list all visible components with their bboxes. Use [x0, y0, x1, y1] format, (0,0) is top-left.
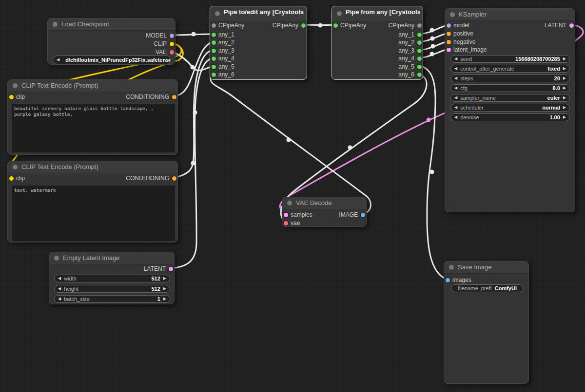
reroute-dot-model-to-any1[interactable]	[192, 32, 196, 37]
node-header[interactable]: Pipe to/edit any [Crystools]	[210, 6, 307, 21]
reroute-dot-vae-to-any5[interactable]	[191, 65, 195, 70]
node-header[interactable]: Pipe from any [Crystools]	[332, 6, 423, 21]
decrement-arrow-icon[interactable]: ◀	[57, 58, 59, 62]
prompt-textarea[interactable]: text, watermark	[12, 186, 175, 241]
slot-dot-any_6-icon[interactable]	[212, 73, 216, 77]
increment-arrow-icon[interactable]: ▶	[563, 76, 566, 80]
slot-dot-cpipeany-icon[interactable]	[417, 23, 422, 28]
node-header[interactable]: VAE Decode	[282, 197, 366, 209]
collapse-dot-icon[interactable]	[53, 22, 58, 27]
decrement-arrow-icon[interactable]: ◀	[58, 287, 61, 291]
prompt-textarea[interactable]: beautiful scenery nature glass bottle la…	[12, 104, 175, 152]
reroute-dot-any4-to-latent-image[interactable]	[430, 52, 434, 56]
widget-height[interactable]: ◀height512▶	[54, 285, 170, 293]
node-header[interactable]: CLIP Text Encode (Prompt)	[8, 80, 177, 92]
node-header[interactable]: Save Image	[444, 261, 528, 274]
node-load-checkpoint[interactable]: Load Checkpoint MODELCLIPVAE◀d\chilloutm…	[47, 18, 176, 65]
decrement-arrow-icon[interactable]: ◀	[58, 277, 61, 280]
slot-dot-model-icon[interactable]	[170, 34, 174, 38]
slot-dot-any_2-icon[interactable]	[212, 40, 216, 45]
slot-dot-latent-icon[interactable]	[569, 23, 574, 28]
collapse-dot-icon[interactable]	[337, 11, 342, 16]
widget-steps[interactable]: ◀steps20▶	[450, 75, 570, 82]
collapse-dot-icon[interactable]	[287, 201, 292, 205]
reroute-dot-any5-to-images[interactable]	[430, 170, 434, 174]
decrement-arrow-icon[interactable]: ◀	[454, 57, 457, 61]
slot-dot-positive-icon[interactable]	[447, 32, 451, 36]
reroute-dot-any1-to-model[interactable]	[430, 28, 434, 33]
node-vae-decode[interactable]: VAE Decode samplesvaeIMAGE	[282, 197, 367, 227]
slot-dot-cpipeany-icon[interactable]	[301, 23, 306, 28]
comfyui-canvas[interactable]: { "app": "ComfyUI node graph", "colors":…	[0, 0, 585, 392]
reroute-dot-any6-to-vae[interactable]	[348, 146, 352, 150]
increment-arrow-icon[interactable]: ▶	[563, 115, 566, 119]
decrement-arrow-icon[interactable]: ◀	[454, 115, 457, 119]
slot-dot-any_1-icon[interactable]	[212, 33, 216, 37]
decrement-arrow-icon[interactable]: ◀	[454, 67, 457, 71]
increment-arrow-icon[interactable]: ▶	[563, 96, 566, 100]
node-save-image[interactable]: Save Image imagesfilename_prefixComfyUI	[444, 261, 529, 384]
slot-dot-any_1-icon[interactable]	[417, 33, 422, 37]
reroute-dot-any2-to-positive[interactable]	[430, 37, 435, 41]
widget-control_after_generate[interactable]: ◀control_after_generatefixed▶	[450, 65, 570, 73]
node-header[interactable]: CLIP Text Encode (Prompt)	[8, 161, 177, 173]
increment-arrow-icon[interactable]: ▶	[163, 277, 166, 280]
increment-arrow-icon[interactable]: ▶	[163, 297, 166, 301]
slot-dot-any_3-icon[interactable]	[212, 49, 216, 53]
slot-dot-any_5-icon[interactable]	[417, 65, 422, 69]
slot-dot-any_3-icon[interactable]	[417, 49, 422, 53]
reroute-dot-latent-to-any4[interactable]	[193, 111, 197, 115]
widget-width[interactable]: ◀width512▶	[54, 275, 170, 282]
widget-sampler_name[interactable]: ◀sampler_nameeuler▶	[450, 94, 570, 102]
widget-denoise[interactable]: ◀denoise1.00▶	[450, 113, 570, 121]
reroute-dot-cpipe-to-cpipe[interactable]	[318, 23, 323, 28]
slot-dot-any_6-icon[interactable]	[417, 73, 422, 77]
decrement-arrow-icon[interactable]: ◀	[58, 297, 61, 301]
increment-arrow-icon[interactable]: ▶	[563, 67, 566, 71]
decrement-arrow-icon[interactable]: ◀	[454, 106, 457, 110]
increment-arrow-icon[interactable]: ▶	[563, 86, 566, 90]
slot-dot-negative-icon[interactable]	[447, 40, 451, 44]
slot-dot-images-icon[interactable]	[446, 278, 450, 282]
slot-dot-any_4-icon[interactable]	[212, 56, 216, 61]
slot-dot-latent_image-icon[interactable]	[447, 48, 451, 52]
collapse-dot-icon[interactable]	[54, 256, 59, 261]
collapse-dot-icon[interactable]	[450, 12, 455, 17]
node-clip-text-encode-negative[interactable]: CLIP Text Encode (Prompt) clipCONDITIONI…	[7, 161, 178, 243]
decrement-arrow-icon[interactable]: ◀	[454, 86, 457, 90]
collapse-dot-icon[interactable]	[215, 11, 220, 16]
widget-cfg[interactable]: ◀cfg8.0▶	[450, 84, 570, 92]
widget-scheduler[interactable]: ◀schedulernormal▶	[450, 104, 570, 112]
node-pipe-to-edit-any[interactable]: Pipe to/edit any [Crystools] CPipeAnyany…	[210, 6, 307, 80]
decrement-arrow-icon[interactable]: ◀	[454, 96, 457, 100]
slot-dot-vae-icon[interactable]	[284, 221, 288, 225]
slot-dot-conditioning-icon[interactable]	[172, 95, 176, 99]
decrement-arrow-icon[interactable]: ◀	[454, 76, 457, 80]
widget-seed[interactable]: ◀seed156680208700285▶	[450, 55, 570, 63]
collapse-dot-icon[interactable]	[449, 265, 454, 270]
reroute-dot-image-to-any6[interactable]	[287, 138, 291, 142]
slot-dot-any_4-icon[interactable]	[417, 56, 422, 61]
node-header[interactable]: Empty Latent Image	[49, 252, 174, 264]
slot-dot-any_2-icon[interactable]	[417, 40, 422, 45]
increment-arrow-icon[interactable]: ▶	[563, 106, 566, 110]
widget-batch_size[interactable]: ◀batch_size1▶	[54, 295, 170, 303]
slot-dot-vae-icon[interactable]	[170, 50, 174, 55]
collapse-dot-icon[interactable]	[13, 83, 18, 88]
reroute-dot-latent-to-samples[interactable]	[427, 118, 431, 122]
node-pipe-from-any[interactable]: Pipe from any [Crystools] CPipeAnyCPipeA…	[332, 6, 423, 80]
increment-arrow-icon[interactable]: ▶	[163, 287, 166, 291]
slot-dot-conditioning-icon[interactable]	[172, 176, 176, 181]
slot-dot-clip-icon[interactable]	[170, 42, 174, 46]
collapse-dot-icon[interactable]	[13, 165, 18, 169]
slot-dot-latent-icon[interactable]	[169, 267, 173, 271]
node-empty-latent-image[interactable]: Empty Latent Image LATENT◀width512▶◀heig…	[49, 252, 175, 304]
node-header[interactable]: Load Checkpoint	[48, 19, 175, 31]
increment-arrow-icon[interactable]: ▶	[563, 57, 566, 61]
node-header[interactable]: KSampler	[445, 9, 575, 21]
slot-dot-any_5-icon[interactable]	[212, 65, 216, 69]
widget-value[interactable]: ◀d\chilloutmix_NiPrunedFp32Fix.safetenso…	[53, 56, 171, 64]
node-clip-text-encode-positive[interactable]: CLIP Text Encode (Prompt) clipCONDITIONI…	[7, 79, 178, 155]
node-ksampler[interactable]: KSampler modelpositivenegativelatent_ima…	[445, 8, 575, 212]
slot-dot-image-icon[interactable]	[361, 213, 365, 217]
